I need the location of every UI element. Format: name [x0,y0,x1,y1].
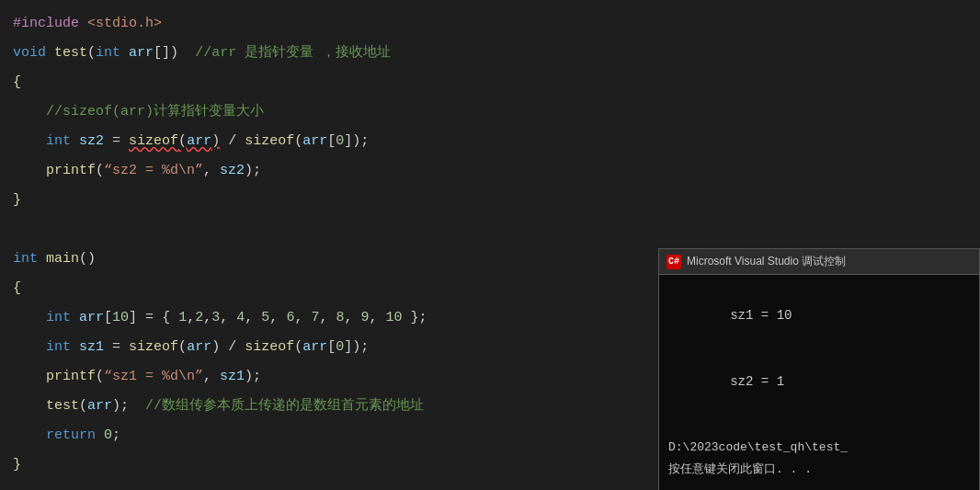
terminal-titlebar: C# Microsoft Visual Studio 调试控制 [659,249,979,275]
code-line-5: int sz2 = sizeof ( arr ) / sizeof ( arr … [9,127,980,156]
terminal-prompt: 按任意键关闭此窗口. . . [668,459,970,481]
terminal-path: D:\2023code\test_qh\test_ [668,437,970,459]
void-keyword: void [13,39,46,68]
terminal-output-2: sz2 = 1 [668,348,970,415]
code-container: #include <stdio.h> void test ( int arr [… [0,0,980,490]
comment-test: //数组传参本质上传递的是数组首元素的地址 [145,392,424,421]
terminal-icon: C# [667,255,681,269]
code-line-3: { [9,68,980,97]
comment-sizeof: //sizeof(arr)计算指针变量大小 [46,97,264,127]
sizeof-squiggly: sizeof [129,127,178,156]
include-keyword: #include [13,9,79,39]
terminal-output-1: sz1 = 10 [668,282,970,348]
func-name-test: test [54,39,87,68]
terminal-body: sz1 = 10 sz2 = 1 D:\2023code\test_qh\tes… [659,275,979,488]
header-file: <stdio.h> [87,9,162,39]
func-name-main: main [46,245,79,274]
terminal-window: C# Microsoft Visual Studio 调试控制 sz1 = 10… [658,248,980,490]
code-line-8 [9,215,980,245]
comment-arr: //arr 是指针变量 ，接收地址 [195,39,391,68]
code-line-7: } [9,186,980,215]
code-line-6: printf ( “sz2 = %d\n” , sz2 ); [9,156,980,186]
terminal-empty [668,415,970,437]
code-line-1: #include <stdio.h> [9,9,980,39]
code-line-2: void test ( int arr []) //arr 是指针变量 ，接收地… [9,39,980,68]
code-line-4: //sizeof(arr)计算指针变量大小 [9,97,980,127]
terminal-title: Microsoft Visual Studio 调试控制 [687,254,846,269]
